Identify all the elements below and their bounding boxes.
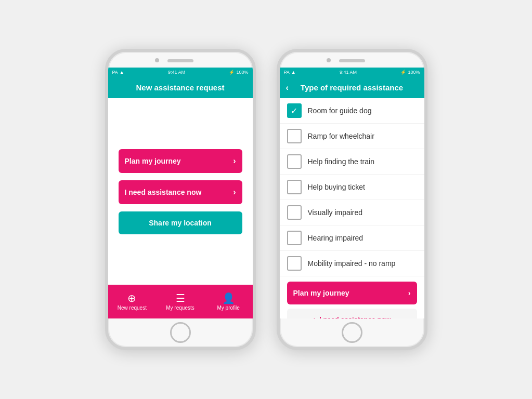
- checklist-label-buy-ticket: Help buying ticket: [308, 183, 366, 191]
- checkbox-guide-dog[interactable]: ✓: [287, 103, 302, 118]
- phone2-status-left: PA ▲: [284, 70, 296, 75]
- share-location-button[interactable]: Share my location: [119, 211, 242, 234]
- phone1-status-left: PA ▲: [112, 70, 124, 75]
- phone2-back-chevron-icon: ‹: [313, 315, 316, 318]
- phones-container: PA ▲ 9:41 AM ⚡ 100% New assistance reque…: [105, 49, 427, 350]
- assistance-checklist: ✓ Room for guide dog Ramp for wheelchair…: [280, 98, 424, 276]
- plan-journey-label: Plan my journey: [125, 157, 181, 165]
- checklist-item-mobility-impaired[interactable]: Mobility impaired - no ramp: [280, 251, 424, 276]
- phone1-content: Plan my journey › I need assistance now …: [108, 98, 253, 285]
- nav-my-requests[interactable]: ☰ My requests: [156, 285, 204, 318]
- need-assistance-button[interactable]: I need assistance now ›: [119, 180, 242, 204]
- nav-my-profile-label: My profile: [217, 305, 240, 311]
- phone2-plan-journey-button[interactable]: Plan my journey ›: [287, 282, 417, 304]
- checklist-item-find-train[interactable]: Help finding the train: [280, 149, 424, 175]
- phone2-home-button[interactable]: [342, 322, 362, 343]
- phone2-bluetooth-icon: ⚡: [400, 70, 406, 75]
- phone2-status-right: ⚡ 100%: [400, 70, 420, 75]
- checkbox-mobility-impaired[interactable]: [287, 256, 302, 271]
- checklist-label-visually-impaired: Visually impaired: [308, 208, 363, 217]
- phone2-header-title: Type of required assistance: [301, 83, 403, 92]
- phone2-footer: Plan my journey › ‹ I need assistance no…: [280, 276, 424, 318]
- phone2-plan-journey-label: Plan my journey: [293, 289, 349, 297]
- phone1-wifi-icon: ▲: [120, 70, 124, 75]
- need-assistance-chevron-icon: ›: [233, 188, 236, 197]
- phone1-battery: 100%: [236, 70, 248, 75]
- phone-2: PA ▲ 9:41 AM ⚡ 100% ‹ Type of required a…: [277, 49, 427, 350]
- phone1-home-button[interactable]: [170, 322, 191, 343]
- nav-new-request-label: New request: [118, 305, 147, 311]
- need-assistance-label: I need assistance now: [125, 188, 202, 196]
- phone-1-screen: PA ▲ 9:41 AM ⚡ 100% New assistance reque…: [108, 68, 253, 318]
- checklist-item-guide-dog[interactable]: ✓ Room for guide dog: [280, 98, 424, 124]
- checkbox-hearing-impaired[interactable]: [287, 231, 302, 245]
- phone1-carrier: PA: [112, 70, 118, 75]
- checkbox-find-train[interactable]: [287, 154, 302, 169]
- checkbox-wheelchair[interactable]: [287, 129, 302, 143]
- nav-my-requests-label: My requests: [166, 305, 194, 311]
- phone1-bluetooth-icon: ⚡: [229, 70, 235, 75]
- phone2-assistance-now-label: I need assistance now: [319, 315, 391, 319]
- phone1-status-bar: PA ▲ 9:41 AM ⚡ 100%: [108, 68, 253, 77]
- phone1-header-title: New assistance request: [136, 83, 224, 92]
- nav-my-profile[interactable]: 👤 My profile: [204, 285, 253, 318]
- phone2-back-button[interactable]: ‹: [286, 83, 289, 92]
- checklist-item-hearing-impaired[interactable]: Hearing impaired: [280, 225, 424, 251]
- checklist-item-wheelchair[interactable]: Ramp for wheelchair: [280, 124, 424, 149]
- phone2-header: ‹ Type of required assistance: [280, 77, 424, 98]
- share-location-label: Share my location: [149, 219, 212, 227]
- phone-1: PA ▲ 9:41 AM ⚡ 100% New assistance reque…: [105, 49, 256, 350]
- phone2-content: ✓ Room for guide dog Ramp for wheelchair…: [280, 98, 424, 318]
- checklist-label-hearing-impaired: Hearing impaired: [308, 234, 364, 242]
- phone2-wifi-icon: ▲: [291, 70, 296, 75]
- checklist-label-guide-dog: Room for guide dog: [308, 107, 372, 115]
- checkbox-buy-ticket[interactable]: [287, 180, 302, 194]
- checklist-item-visually-impaired[interactable]: Visually impaired: [280, 200, 424, 225]
- phone2-status-bar: PA ▲ 9:41 AM ⚡ 100%: [280, 68, 424, 77]
- my-requests-icon: ☰: [176, 293, 185, 303]
- plan-journey-button[interactable]: Plan my journey ›: [119, 149, 242, 173]
- phone1-time: 9:41 AM: [168, 70, 185, 75]
- nav-new-request[interactable]: ⊕ New request: [108, 285, 157, 318]
- my-profile-icon: 👤: [222, 293, 235, 303]
- plan-journey-chevron-icon: ›: [233, 156, 236, 166]
- new-request-icon: ⊕: [127, 293, 136, 303]
- phone2-time: 9:41 AM: [340, 70, 357, 75]
- checklist-label-find-train: Help finding the train: [308, 157, 374, 166]
- phone2-plan-journey-chevron-icon: ›: [408, 289, 411, 297]
- checklist-item-buy-ticket[interactable]: Help buying ticket: [280, 175, 424, 200]
- checklist-label-mobility-impaired: Mobility impaired - no ramp: [308, 259, 396, 268]
- phone2-carrier: PA: [284, 70, 290, 75]
- checkbox-visually-impaired[interactable]: [287, 205, 302, 220]
- phone1-status-right: ⚡ 100%: [229, 70, 248, 75]
- phone2-assistance-now-button[interactable]: ‹ I need assistance now: [287, 309, 417, 318]
- phone2-battery: 100%: [408, 70, 420, 75]
- phone-2-screen: PA ▲ 9:41 AM ⚡ 100% ‹ Type of required a…: [280, 68, 424, 318]
- phone1-header: New assistance request: [108, 77, 253, 98]
- checklist-label-wheelchair: Ramp for wheelchair: [308, 132, 374, 140]
- phone1-bottom-nav: ⊕ New request ☰ My requests 👤 My profile: [108, 285, 253, 318]
